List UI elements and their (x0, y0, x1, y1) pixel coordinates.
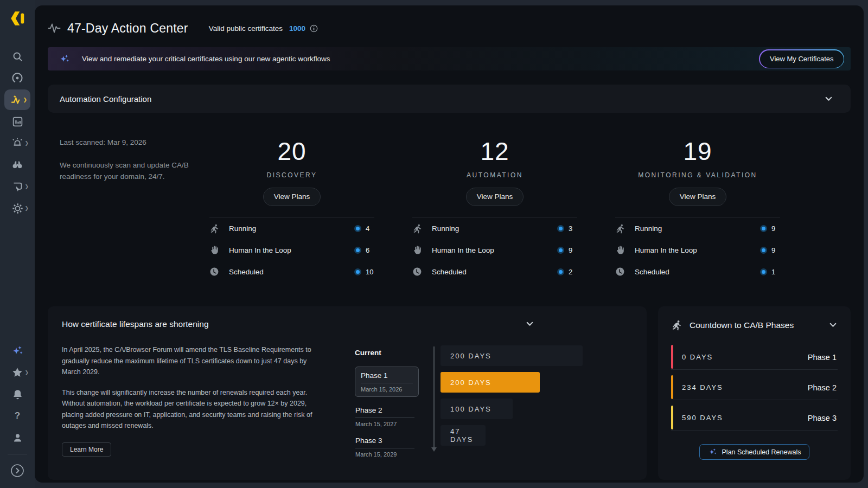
hand-icon (412, 245, 425, 255)
card-title: How certificate lifespans are shortening (62, 319, 633, 329)
automation-configuration-section: Automation Configuration Last scanned: M… (48, 85, 851, 297)
chevron-down-icon[interactable] (824, 94, 833, 104)
phase-3-item[interactable]: Phase 3 March 15, 2029 (355, 436, 414, 458)
chevron-down-icon[interactable] (828, 320, 838, 330)
phase-2-item[interactable]: Phase 2 March 15, 2027 (355, 406, 414, 427)
countdown-row-phase-2: 234 DAYS Phase 2 (671, 375, 838, 400)
phase-1-item[interactable]: Phase 1 March 15, 2026 (355, 367, 419, 397)
scan-info: Last scanned: Mar 9, 2026 We continuousl… (60, 137, 195, 282)
countdown-row-phase-1: 0 DAYS Phase 1 (671, 345, 838, 370)
status-dot (557, 247, 564, 254)
clock-icon (615, 267, 628, 277)
status-dot (354, 268, 361, 275)
sidebar-item-action-center[interactable]: ❯ (4, 89, 30, 110)
activity-icon (48, 22, 61, 35)
sparkle-icon (708, 447, 717, 457)
scan-description: We continuously scan and update CA/B rea… (60, 159, 195, 182)
search-icon[interactable] (4, 46, 30, 67)
clock-icon (412, 267, 425, 277)
runner-icon (412, 223, 425, 234)
accent-bar (671, 345, 673, 369)
stat-count: 19 (615, 137, 780, 166)
runner-icon (209, 223, 222, 234)
plan-scheduled-renewals-button[interactable]: Plan Scheduled Renewals (699, 444, 810, 460)
user-icon[interactable] (4, 427, 30, 448)
chevron-right-icon: ❯ (24, 206, 29, 211)
sparkle-icon (59, 53, 70, 65)
notifications-bell-icon[interactable] (4, 383, 30, 405)
stat-row-running[interactable]: Running 3 (412, 217, 577, 239)
stat-row-human-in-the-loop[interactable]: Human In the Loop 9 (615, 239, 780, 261)
divider (361, 383, 413, 383)
lifespans-card: How certificate lifespans are shortening… (48, 306, 647, 480)
sidebar-divider (8, 454, 27, 454)
stat-count: 12 (412, 137, 577, 166)
chevron-right-icon: ❯ (24, 184, 29, 189)
valid-certs-label: Valid public certificates (209, 24, 283, 33)
lifespan-bar-highlighted: 200 DAYS (441, 372, 540, 393)
alerts-icon[interactable]: ❯ (4, 132, 30, 154)
stat-column-monitoring: 19 MONITORING & VALIDATION View Plans Ru… (615, 137, 780, 282)
status-dot (354, 247, 361, 254)
chevron-right-icon: ❯ (24, 140, 29, 146)
clock-icon (209, 267, 222, 277)
lifespans-text: In April 2025, the CA/Browser Forum will… (62, 344, 316, 458)
status-dot (760, 247, 767, 254)
last-scanned-text: Last scanned: Mar 9, 2026 (60, 137, 195, 148)
view-plans-button[interactable]: View Plans (669, 188, 727, 206)
stat-row-human-in-the-loop[interactable]: Human In the Loop 9 (412, 239, 577, 261)
stat-label: DISCOVERY (209, 171, 374, 179)
hand-icon (209, 245, 222, 255)
banner-message: View and remediate your critical certifi… (82, 55, 330, 63)
phase-selector: Current Phase 1 March 15, 2026 Phase 2 M… (355, 344, 421, 458)
help-icon[interactable]: ? (4, 405, 30, 427)
settings-gear-icon[interactable]: ❯ (4, 197, 30, 219)
stat-row-scheduled[interactable]: Scheduled 10 (209, 261, 374, 282)
stat-count: 20 (209, 137, 374, 166)
status-dot (760, 225, 767, 232)
discovery-binoculars-icon[interactable] (4, 154, 30, 176)
learn-more-button[interactable]: Learn More (62, 442, 111, 457)
favorites-star-icon[interactable]: ❯ (4, 362, 30, 383)
stat-column-automation: 12 AUTOMATION View Plans Running 3 Human… (412, 137, 577, 282)
ai-sparkles-icon[interactable] (4, 340, 30, 362)
hand-icon (615, 245, 628, 255)
info-icon[interactable] (310, 24, 318, 33)
status-dot (354, 225, 361, 232)
lifespan-bar: 200 DAYS (441, 345, 583, 366)
status-dot (760, 268, 767, 275)
stat-label: MONITORING & VALIDATION (615, 171, 780, 179)
main-panel: 47-Day Action Center Valid public certif… (35, 5, 864, 483)
brand-logo[interactable] (9, 10, 26, 29)
stat-row-scheduled[interactable]: Scheduled 1 (615, 261, 780, 282)
stat-row-running[interactable]: Running 9 (615, 217, 780, 239)
target-icon[interactable] (4, 67, 30, 89)
countdown-card: Countdown to CA/B Phases 0 DAYS Phase 1 … (658, 306, 851, 480)
accent-bar (671, 375, 673, 399)
page-header: 47-Day Action Center Valid public certif… (48, 17, 851, 39)
valid-certs-count[interactable]: 1000 (289, 24, 305, 33)
stat-row-human-in-the-loop[interactable]: Human In the Loop 6 (209, 239, 374, 261)
runner-icon (615, 223, 628, 234)
view-my-certificates-button[interactable]: View My Certificates (759, 49, 844, 68)
runner-icon (671, 319, 682, 331)
stat-row-running[interactable]: Running 4 (209, 217, 374, 239)
sidebar: ❯ ❯ ❯ (0, 0, 35, 488)
view-plans-button[interactable]: View Plans (263, 188, 321, 206)
automation-configuration-body: Last scanned: Mar 9, 2026 We continuousl… (48, 113, 851, 297)
current-label: Current (355, 349, 421, 357)
accent-bar (671, 406, 673, 429)
paragraph: In April 2025, the CA/Browser Forum will… (62, 344, 316, 378)
automation-configuration-header[interactable]: Automation Configuration (48, 85, 851, 113)
status-dot (557, 225, 564, 232)
section-title: Automation Configuration (60, 94, 151, 104)
dashboard-icon[interactable] (4, 111, 30, 132)
collapse-sidebar-button[interactable] (4, 460, 30, 481)
view-plans-button[interactable]: View Plans (466, 188, 524, 206)
stat-column-discovery: 20 DISCOVERY View Plans Running 4 Human … (209, 137, 374, 282)
lifespan-bars: 200 DAYS 200 DAYS 100 DAYS 47 DAYS (441, 345, 633, 458)
stat-row-scheduled[interactable]: Scheduled 2 (412, 261, 577, 282)
remediation-shield-icon[interactable]: ❯ (4, 176, 30, 197)
chevron-down-icon[interactable] (525, 319, 534, 329)
lifespan-bar: 100 DAYS (441, 399, 513, 419)
